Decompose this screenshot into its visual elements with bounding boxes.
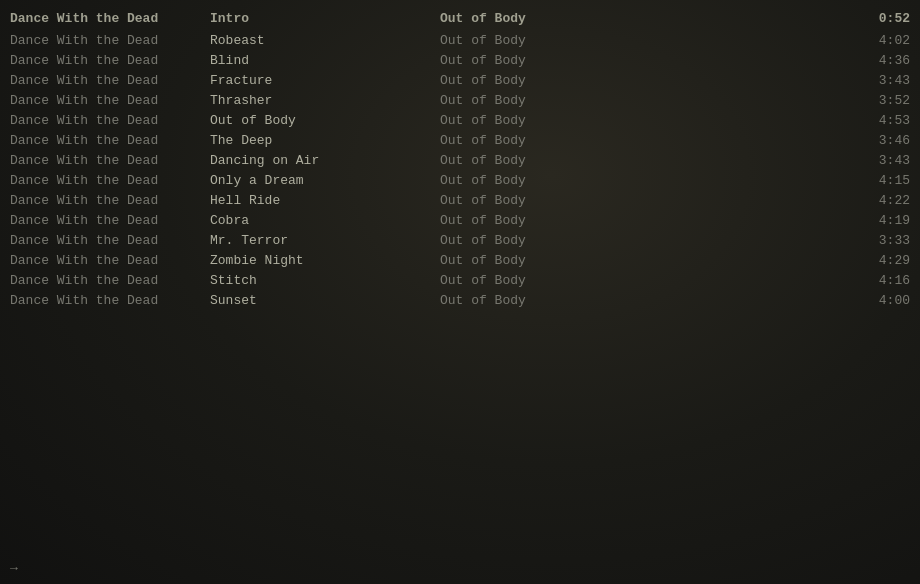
- track-duration: 4:19: [850, 213, 910, 228]
- track-artist: Dance With the Dead: [10, 273, 210, 288]
- track-album: Out of Body: [440, 133, 850, 148]
- track-duration: 4:36: [850, 53, 910, 68]
- track-duration: 3:33: [850, 233, 910, 248]
- track-album: Out of Body: [440, 113, 850, 128]
- track-title: Fracture: [210, 73, 440, 88]
- track-duration: 3:43: [850, 153, 910, 168]
- track-title: Mr. Terror: [210, 233, 440, 248]
- track-duration: 4:00: [850, 293, 910, 308]
- track-row[interactable]: Dance With the DeadFractureOut of Body3:…: [0, 70, 920, 90]
- header-album: Out of Body: [440, 11, 850, 26]
- track-title: Only a Dream: [210, 173, 440, 188]
- track-row[interactable]: Dance With the DeadThrasherOut of Body3:…: [0, 90, 920, 110]
- track-artist: Dance With the Dead: [10, 153, 210, 168]
- track-row[interactable]: Dance With the DeadThe DeepOut of Body3:…: [0, 130, 920, 150]
- track-artist: Dance With the Dead: [10, 73, 210, 88]
- track-title: Sunset: [210, 293, 440, 308]
- track-artist: Dance With the Dead: [10, 253, 210, 268]
- header-artist: Dance With the Dead: [10, 11, 210, 26]
- header-duration: 0:52: [850, 11, 910, 26]
- track-album: Out of Body: [440, 213, 850, 228]
- track-album: Out of Body: [440, 53, 850, 68]
- track-artist: Dance With the Dead: [10, 213, 210, 228]
- track-artist: Dance With the Dead: [10, 113, 210, 128]
- track-row[interactable]: Dance With the DeadStitchOut of Body4:16: [0, 270, 920, 290]
- track-album: Out of Body: [440, 33, 850, 48]
- arrow-indicator: →: [10, 561, 18, 576]
- track-album: Out of Body: [440, 293, 850, 308]
- track-row[interactable]: Dance With the DeadOut of BodyOut of Bod…: [0, 110, 920, 130]
- track-title: Out of Body: [210, 113, 440, 128]
- track-artist: Dance With the Dead: [10, 233, 210, 248]
- track-row[interactable]: Dance With the DeadMr. TerrorOut of Body…: [0, 230, 920, 250]
- track-album: Out of Body: [440, 173, 850, 188]
- track-row[interactable]: Dance With the DeadCobraOut of Body4:19: [0, 210, 920, 230]
- track-title: Hell Ride: [210, 193, 440, 208]
- track-list-header: Dance With the Dead Intro Out of Body 0:…: [0, 8, 920, 28]
- track-duration: 4:16: [850, 273, 910, 288]
- track-duration: 4:29: [850, 253, 910, 268]
- track-title: Cobra: [210, 213, 440, 228]
- track-album: Out of Body: [440, 93, 850, 108]
- track-duration: 4:02: [850, 33, 910, 48]
- track-artist: Dance With the Dead: [10, 293, 210, 308]
- track-title: Blind: [210, 53, 440, 68]
- track-title: The Deep: [210, 133, 440, 148]
- track-row[interactable]: Dance With the DeadBlindOut of Body4:36: [0, 50, 920, 70]
- track-duration: 3:43: [850, 73, 910, 88]
- track-title: Stitch: [210, 273, 440, 288]
- track-duration: 3:46: [850, 133, 910, 148]
- track-title: Thrasher: [210, 93, 440, 108]
- track-artist: Dance With the Dead: [10, 193, 210, 208]
- track-row[interactable]: Dance With the DeadZombie NightOut of Bo…: [0, 250, 920, 270]
- track-title: Robeast: [210, 33, 440, 48]
- track-row[interactable]: Dance With the DeadRobeastOut of Body4:0…: [0, 30, 920, 50]
- header-title: Intro: [210, 11, 440, 26]
- track-artist: Dance With the Dead: [10, 33, 210, 48]
- track-album: Out of Body: [440, 73, 850, 88]
- track-artist: Dance With the Dead: [10, 93, 210, 108]
- track-title: Dancing on Air: [210, 153, 440, 168]
- track-album: Out of Body: [440, 253, 850, 268]
- track-title: Zombie Night: [210, 253, 440, 268]
- track-list: Dance With the Dead Intro Out of Body 0:…: [0, 0, 920, 318]
- track-album: Out of Body: [440, 193, 850, 208]
- track-album: Out of Body: [440, 153, 850, 168]
- track-row[interactable]: Dance With the DeadSunsetOut of Body4:00: [0, 290, 920, 310]
- track-album: Out of Body: [440, 273, 850, 288]
- track-duration: 4:22: [850, 193, 910, 208]
- track-duration: 4:15: [850, 173, 910, 188]
- track-duration: 4:53: [850, 113, 910, 128]
- track-album: Out of Body: [440, 233, 850, 248]
- track-row[interactable]: Dance With the DeadDancing on AirOut of …: [0, 150, 920, 170]
- track-artist: Dance With the Dead: [10, 173, 210, 188]
- track-row[interactable]: Dance With the DeadHell RideOut of Body4…: [0, 190, 920, 210]
- track-row[interactable]: Dance With the DeadOnly a DreamOut of Bo…: [0, 170, 920, 190]
- track-artist: Dance With the Dead: [10, 133, 210, 148]
- track-duration: 3:52: [850, 93, 910, 108]
- track-artist: Dance With the Dead: [10, 53, 210, 68]
